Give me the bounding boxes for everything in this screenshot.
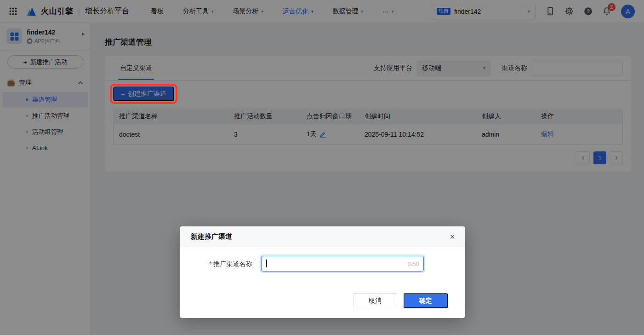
close-icon[interactable]: × [450, 232, 455, 241]
channel-name-field-label: *推广渠道名称 [209, 260, 252, 268]
channel-name-input-wrap: 0/50 [261, 256, 424, 271]
text-cursor [266, 260, 267, 267]
modal-body: *推广渠道名称 0/50 [180, 247, 465, 298]
char-counter: 0/50 [408, 260, 419, 267]
create-channel-modal: 新建推广渠道 × *推广渠道名称 0/50 取消 确定 [180, 226, 465, 318]
modal-header: 新建推广渠道 × [180, 226, 465, 247]
cancel-button[interactable]: 取消 [353, 293, 397, 308]
channel-name-input[interactable] [262, 256, 423, 271]
modal-footer: 取消 确定 [353, 293, 448, 308]
required-mark: * [209, 260, 211, 267]
confirm-button[interactable]: 确定 [404, 293, 448, 308]
modal-title: 新建推广渠道 [191, 232, 232, 241]
